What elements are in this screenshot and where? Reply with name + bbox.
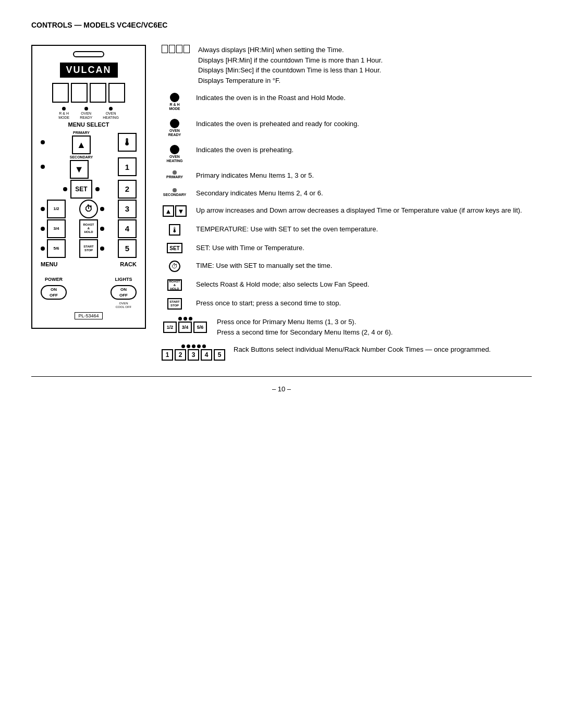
arrow-pair-icon: ▲ ▼ bbox=[162, 205, 188, 217]
vulcan-logo: VULCAN bbox=[60, 63, 118, 78]
menu-label: MENU bbox=[41, 261, 57, 267]
secondary-small-dot bbox=[173, 188, 177, 192]
disp-d1 bbox=[162, 45, 168, 53]
start-stop-btn-sm-label: STARTSTOP bbox=[169, 300, 180, 307]
set-icon: SET bbox=[162, 243, 188, 253]
rh-mode-indicator: R & HMODE bbox=[58, 107, 69, 120]
oven-heating-icon: OVENHEATING bbox=[162, 145, 188, 164]
start-stop-desc-text: Press once to start; press a second time… bbox=[196, 298, 341, 309]
rack-label: RACK bbox=[120, 261, 137, 267]
start-stop-icon: STARTSTOP bbox=[162, 298, 188, 310]
desc-display: Always displays [HR:Min] when setting th… bbox=[162, 45, 532, 85]
half12-sm-btn: 1/2 bbox=[163, 322, 177, 333]
rack5-button[interactable]: 5 bbox=[118, 239, 137, 258]
down-arrow-button[interactable]: ▼ bbox=[70, 160, 89, 179]
roast-desc-text: Selects Roast & Hold mode; also selects … bbox=[196, 279, 369, 290]
desc-oven-ready: OVENREADY Indicates the oven is preheate… bbox=[162, 119, 532, 138]
secondary-center: SECONDARY ▼ bbox=[70, 155, 93, 179]
half12-label: 1/2 bbox=[53, 206, 59, 212]
thermometer-sm-icon: 🌡 bbox=[171, 226, 178, 234]
rh-mode-big-dot bbox=[170, 93, 179, 102]
up-arrow-button[interactable]: ▲ bbox=[72, 135, 91, 154]
rack5-sm-btn: 5 bbox=[214, 349, 225, 361]
set-button[interactable]: SET bbox=[70, 180, 92, 199]
panel-handle bbox=[73, 51, 104, 57]
oven-heating-big-dot bbox=[170, 145, 179, 154]
temp-button[interactable]: 🌡 bbox=[118, 133, 137, 152]
set-dot-right bbox=[95, 187, 100, 191]
start-stop-button[interactable]: STARTSTOP bbox=[79, 239, 98, 258]
oven-ready-desc-text: Indicates the oven is preheated and read… bbox=[196, 119, 359, 129]
desc-arrows: ▲ ▼ Up arrow increases and Down arrow de… bbox=[162, 205, 532, 217]
secondary-icon-label: SECONDARY bbox=[163, 193, 186, 197]
set-dot-left bbox=[63, 187, 67, 191]
oven-ready-icon-label: OVENREADY bbox=[168, 129, 181, 138]
rack3-button[interactable]: 3 bbox=[118, 200, 137, 218]
rack3-label: 3 bbox=[125, 204, 129, 213]
set-desc-text: SET: Use with Time or Temperature. bbox=[196, 243, 304, 253]
half-btns-icon: 1/2 3/4 5/6 bbox=[162, 317, 209, 333]
clock-sm-icon: ⏱ bbox=[172, 263, 178, 270]
secondary-label: SECONDARY bbox=[70, 155, 93, 159]
oven-heating-icon-label: OVENHEATING bbox=[167, 155, 183, 164]
lights-toggle[interactable]: ON OFF bbox=[111, 285, 137, 300]
rack1-sm-btn: 1 bbox=[162, 349, 173, 361]
primary-icon-group: PRIMARY bbox=[166, 170, 183, 179]
set-btn-sm: SET bbox=[167, 243, 182, 253]
rack1-button[interactable]: 1 bbox=[118, 157, 137, 176]
clock-button[interactable]: ⏱ bbox=[79, 200, 98, 218]
half34-sm-btn: 3/4 bbox=[178, 322, 192, 333]
lights-label: LIGHTS bbox=[115, 277, 132, 282]
rack-dot-5 bbox=[202, 344, 206, 348]
oven-heating-label: OVENHEATING bbox=[103, 112, 119, 120]
up-arrow-sm: ▲ bbox=[163, 205, 174, 217]
h34-dot-right bbox=[100, 227, 104, 231]
h12-dot-right bbox=[100, 207, 104, 211]
power-block: POWER ON OFF bbox=[41, 277, 67, 309]
rack2-button[interactable]: 2 bbox=[118, 180, 137, 199]
half56-button[interactable]: 5/6 bbox=[47, 239, 66, 258]
roast-hold-button[interactable]: ROAST&HOLD bbox=[79, 219, 98, 238]
separator-line bbox=[31, 376, 532, 377]
power-toggle[interactable]: ON OFF bbox=[41, 285, 67, 300]
half12-button[interactable]: 1/2 bbox=[47, 200, 66, 218]
arrows-desc-text: Up arrow increases and Down arrow decrea… bbox=[196, 205, 522, 216]
display-icon-box bbox=[162, 45, 190, 53]
rack1-label: 1 bbox=[125, 163, 129, 171]
oven-heating-indicator: OVENHEATING bbox=[103, 107, 119, 120]
start-stop-label: STARTSTOP bbox=[83, 245, 94, 252]
set-btn-sm-label: SET bbox=[169, 245, 179, 251]
oven-ready-big-dot bbox=[170, 119, 179, 128]
half34-sm-label: 3/4 bbox=[182, 325, 189, 330]
page-title: CONTROLS — MODELS VC4EC/VC6EC bbox=[31, 21, 532, 29]
oven-heating-icon-group: OVENHEATING bbox=[167, 145, 183, 164]
display-digit-2 bbox=[71, 83, 88, 103]
power-lights-section: POWER ON OFF LIGHTS ON OFF OVENCOOL OFF bbox=[36, 272, 141, 309]
desc-temp: 🌡 TEMPERATURE: Use with SET to set the o… bbox=[162, 224, 532, 236]
disp-d2 bbox=[169, 45, 175, 53]
down-arrow-sm: ▼ bbox=[175, 205, 187, 217]
half56-sm-btn: 5/6 bbox=[193, 322, 207, 333]
desc-roast-hold: ROAST&HOLD Selects Roast & Hold mode; al… bbox=[162, 279, 532, 291]
oven-ready-indicator: OVENREADY bbox=[80, 107, 92, 120]
rh-mode-label: R & HMODE bbox=[58, 112, 69, 120]
rh-icon-label: R & HMODE bbox=[169, 103, 180, 112]
clock-btn-sm: ⏱ bbox=[169, 261, 180, 272]
half-dot-2 bbox=[183, 317, 187, 320]
rack-desc-text: Rack Buttons select individual Menu/Rack… bbox=[234, 344, 491, 355]
half56-row: 5/6 STARTSTOP 5 bbox=[36, 239, 141, 258]
primary-icon-label: PRIMARY bbox=[166, 175, 183, 179]
rack4-button[interactable]: 4 bbox=[118, 219, 137, 238]
half-dot-1 bbox=[178, 317, 182, 320]
half34-button[interactable]: 3/4 bbox=[47, 219, 66, 238]
secondary-icon: SECONDARY bbox=[162, 188, 188, 197]
page-number: – 10 – bbox=[31, 385, 532, 393]
secondary-icon-group: SECONDARY bbox=[163, 188, 186, 197]
desc-start-stop: STARTSTOP Press once to start; press a s… bbox=[162, 298, 532, 310]
secondary-dot-left bbox=[41, 165, 45, 169]
rack2-label: 2 bbox=[125, 184, 129, 193]
desc-clock: ⏱ TIME: Use with SET to manually set the… bbox=[162, 261, 532, 272]
display-digit-4 bbox=[108, 83, 125, 103]
primary-label: PRIMARY bbox=[72, 131, 91, 134]
h34-dot bbox=[41, 227, 45, 231]
